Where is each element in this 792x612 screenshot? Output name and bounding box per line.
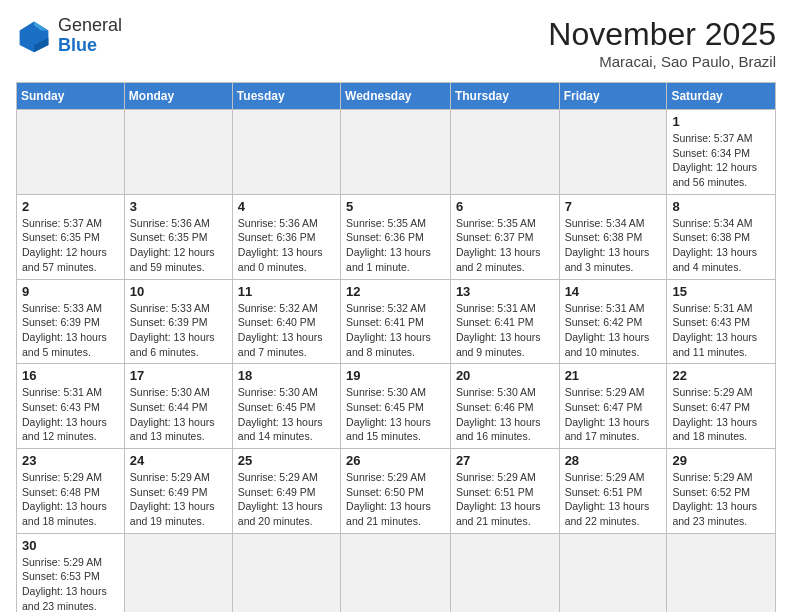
day-number: 14 bbox=[565, 284, 662, 299]
day-number: 18 bbox=[238, 368, 335, 383]
calendar-cell bbox=[17, 110, 125, 195]
calendar-cell: 15Sunrise: 5:31 AM Sunset: 6:43 PM Dayli… bbox=[667, 279, 776, 364]
calendar-cell bbox=[667, 533, 776, 612]
day-number: 12 bbox=[346, 284, 445, 299]
calendar-cell: 12Sunrise: 5:32 AM Sunset: 6:41 PM Dayli… bbox=[341, 279, 451, 364]
day-number: 1 bbox=[672, 114, 770, 129]
day-number: 30 bbox=[22, 538, 119, 553]
day-info: Sunrise: 5:29 AM Sunset: 6:53 PM Dayligh… bbox=[22, 555, 119, 612]
calendar-cell: 18Sunrise: 5:30 AM Sunset: 6:45 PM Dayli… bbox=[232, 364, 340, 449]
day-number: 13 bbox=[456, 284, 554, 299]
calendar-cell: 29Sunrise: 5:29 AM Sunset: 6:52 PM Dayli… bbox=[667, 449, 776, 534]
day-number: 5 bbox=[346, 199, 445, 214]
calendar-cell bbox=[124, 533, 232, 612]
day-number: 6 bbox=[456, 199, 554, 214]
calendar-cell bbox=[559, 533, 667, 612]
day-number: 22 bbox=[672, 368, 770, 383]
calendar-week-row: 2Sunrise: 5:37 AM Sunset: 6:35 PM Daylig… bbox=[17, 194, 776, 279]
calendar-cell: 22Sunrise: 5:29 AM Sunset: 6:47 PM Dayli… bbox=[667, 364, 776, 449]
calendar-cell: 4Sunrise: 5:36 AM Sunset: 6:36 PM Daylig… bbox=[232, 194, 340, 279]
weekday-header-friday: Friday bbox=[559, 83, 667, 110]
day-number: 9 bbox=[22, 284, 119, 299]
day-info: Sunrise: 5:29 AM Sunset: 6:52 PM Dayligh… bbox=[672, 470, 770, 529]
day-number: 29 bbox=[672, 453, 770, 468]
day-info: Sunrise: 5:31 AM Sunset: 6:43 PM Dayligh… bbox=[22, 385, 119, 444]
calendar-cell: 19Sunrise: 5:30 AM Sunset: 6:45 PM Dayli… bbox=[341, 364, 451, 449]
day-info: Sunrise: 5:29 AM Sunset: 6:51 PM Dayligh… bbox=[456, 470, 554, 529]
calendar-cell bbox=[450, 533, 559, 612]
day-info: Sunrise: 5:30 AM Sunset: 6:45 PM Dayligh… bbox=[346, 385, 445, 444]
day-info: Sunrise: 5:29 AM Sunset: 6:47 PM Dayligh… bbox=[672, 385, 770, 444]
generalblue-logo-icon bbox=[16, 18, 52, 54]
day-info: Sunrise: 5:33 AM Sunset: 6:39 PM Dayligh… bbox=[22, 301, 119, 360]
calendar-cell: 8Sunrise: 5:34 AM Sunset: 6:38 PM Daylig… bbox=[667, 194, 776, 279]
calendar-cell: 11Sunrise: 5:32 AM Sunset: 6:40 PM Dayli… bbox=[232, 279, 340, 364]
calendar-cell: 6Sunrise: 5:35 AM Sunset: 6:37 PM Daylig… bbox=[450, 194, 559, 279]
day-info: Sunrise: 5:31 AM Sunset: 6:42 PM Dayligh… bbox=[565, 301, 662, 360]
title-area: November 2025 Maracai, Sao Paulo, Brazil bbox=[548, 16, 776, 70]
day-info: Sunrise: 5:35 AM Sunset: 6:36 PM Dayligh… bbox=[346, 216, 445, 275]
day-info: Sunrise: 5:29 AM Sunset: 6:48 PM Dayligh… bbox=[22, 470, 119, 529]
day-info: Sunrise: 5:30 AM Sunset: 6:46 PM Dayligh… bbox=[456, 385, 554, 444]
day-number: 7 bbox=[565, 199, 662, 214]
day-info: Sunrise: 5:31 AM Sunset: 6:41 PM Dayligh… bbox=[456, 301, 554, 360]
calendar-cell: 14Sunrise: 5:31 AM Sunset: 6:42 PM Dayli… bbox=[559, 279, 667, 364]
calendar-week-row: 23Sunrise: 5:29 AM Sunset: 6:48 PM Dayli… bbox=[17, 449, 776, 534]
day-number: 8 bbox=[672, 199, 770, 214]
calendar-cell bbox=[124, 110, 232, 195]
calendar-cell: 2Sunrise: 5:37 AM Sunset: 6:35 PM Daylig… bbox=[17, 194, 125, 279]
day-number: 21 bbox=[565, 368, 662, 383]
calendar-cell: 17Sunrise: 5:30 AM Sunset: 6:44 PM Dayli… bbox=[124, 364, 232, 449]
day-number: 26 bbox=[346, 453, 445, 468]
day-info: Sunrise: 5:37 AM Sunset: 6:34 PM Dayligh… bbox=[672, 131, 770, 190]
weekday-header-saturday: Saturday bbox=[667, 83, 776, 110]
day-number: 27 bbox=[456, 453, 554, 468]
day-info: Sunrise: 5:35 AM Sunset: 6:37 PM Dayligh… bbox=[456, 216, 554, 275]
day-number: 3 bbox=[130, 199, 227, 214]
calendar-cell bbox=[341, 533, 451, 612]
calendar-cell bbox=[450, 110, 559, 195]
day-info: Sunrise: 5:29 AM Sunset: 6:49 PM Dayligh… bbox=[130, 470, 227, 529]
day-info: Sunrise: 5:30 AM Sunset: 6:45 PM Dayligh… bbox=[238, 385, 335, 444]
header: General Blue November 2025 Maracai, Sao … bbox=[16, 16, 776, 70]
calendar-cell bbox=[232, 533, 340, 612]
day-info: Sunrise: 5:37 AM Sunset: 6:35 PM Dayligh… bbox=[22, 216, 119, 275]
logo-general-text: General bbox=[58, 15, 122, 35]
calendar-cell bbox=[232, 110, 340, 195]
logo-text: General Blue bbox=[58, 16, 122, 56]
day-info: Sunrise: 5:30 AM Sunset: 6:44 PM Dayligh… bbox=[130, 385, 227, 444]
location-title: Maracai, Sao Paulo, Brazil bbox=[548, 53, 776, 70]
day-number: 2 bbox=[22, 199, 119, 214]
calendar-cell: 9Sunrise: 5:33 AM Sunset: 6:39 PM Daylig… bbox=[17, 279, 125, 364]
weekday-header-thursday: Thursday bbox=[450, 83, 559, 110]
calendar-cell bbox=[341, 110, 451, 195]
day-number: 23 bbox=[22, 453, 119, 468]
day-number: 28 bbox=[565, 453, 662, 468]
day-number: 24 bbox=[130, 453, 227, 468]
calendar-week-row: 1Sunrise: 5:37 AM Sunset: 6:34 PM Daylig… bbox=[17, 110, 776, 195]
calendar-cell: 3Sunrise: 5:36 AM Sunset: 6:35 PM Daylig… bbox=[124, 194, 232, 279]
weekday-header-monday: Monday bbox=[124, 83, 232, 110]
day-number: 10 bbox=[130, 284, 227, 299]
day-info: Sunrise: 5:29 AM Sunset: 6:51 PM Dayligh… bbox=[565, 470, 662, 529]
day-number: 19 bbox=[346, 368, 445, 383]
day-number: 20 bbox=[456, 368, 554, 383]
day-info: Sunrise: 5:29 AM Sunset: 6:50 PM Dayligh… bbox=[346, 470, 445, 529]
logo: General Blue bbox=[16, 16, 122, 56]
calendar-cell: 26Sunrise: 5:29 AM Sunset: 6:50 PM Dayli… bbox=[341, 449, 451, 534]
calendar-week-row: 16Sunrise: 5:31 AM Sunset: 6:43 PM Dayli… bbox=[17, 364, 776, 449]
calendar-cell: 1Sunrise: 5:37 AM Sunset: 6:34 PM Daylig… bbox=[667, 110, 776, 195]
day-number: 4 bbox=[238, 199, 335, 214]
day-info: Sunrise: 5:31 AM Sunset: 6:43 PM Dayligh… bbox=[672, 301, 770, 360]
day-info: Sunrise: 5:32 AM Sunset: 6:41 PM Dayligh… bbox=[346, 301, 445, 360]
day-number: 17 bbox=[130, 368, 227, 383]
logo-blue-text: Blue bbox=[58, 35, 97, 55]
day-info: Sunrise: 5:34 AM Sunset: 6:38 PM Dayligh… bbox=[565, 216, 662, 275]
day-info: Sunrise: 5:29 AM Sunset: 6:49 PM Dayligh… bbox=[238, 470, 335, 529]
calendar-cell: 25Sunrise: 5:29 AM Sunset: 6:49 PM Dayli… bbox=[232, 449, 340, 534]
day-info: Sunrise: 5:34 AM Sunset: 6:38 PM Dayligh… bbox=[672, 216, 770, 275]
calendar-cell: 10Sunrise: 5:33 AM Sunset: 6:39 PM Dayli… bbox=[124, 279, 232, 364]
calendar-table: SundayMondayTuesdayWednesdayThursdayFrid… bbox=[16, 82, 776, 612]
weekday-header-tuesday: Tuesday bbox=[232, 83, 340, 110]
month-title: November 2025 bbox=[548, 16, 776, 53]
